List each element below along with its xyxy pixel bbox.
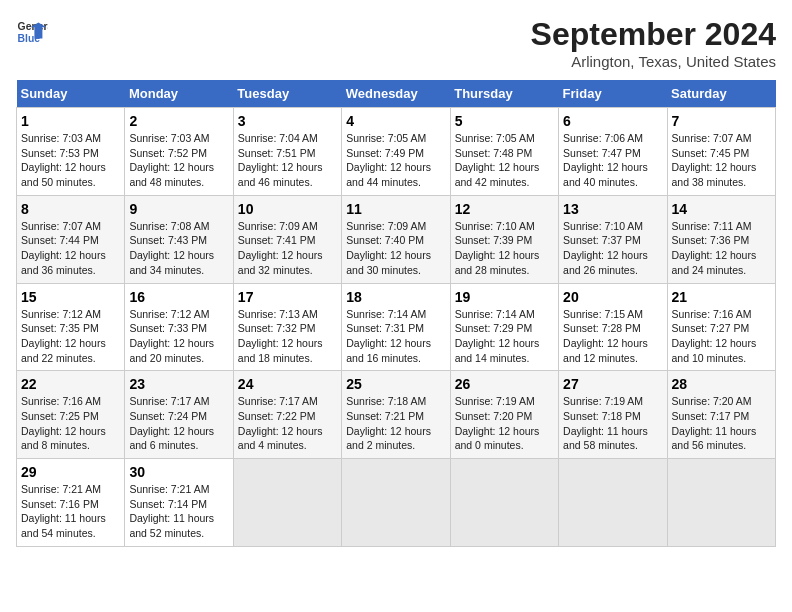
day-number: 16 [129,289,228,305]
day-info: Sunrise: 7:03 AM Sunset: 7:52 PM Dayligh… [129,131,228,190]
day-number: 3 [238,113,337,129]
day-number: 11 [346,201,445,217]
day-number: 21 [672,289,771,305]
day-info: Sunrise: 7:13 AM Sunset: 7:32 PM Dayligh… [238,307,337,366]
day-info: Sunrise: 7:18 AM Sunset: 7:21 PM Dayligh… [346,394,445,453]
day-number: 14 [672,201,771,217]
day-cell: 1Sunrise: 7:03 AM Sunset: 7:53 PM Daylig… [17,108,125,196]
day-cell [342,459,450,547]
day-cell [450,459,558,547]
week-row: 22Sunrise: 7:16 AM Sunset: 7:25 PM Dayli… [17,371,776,459]
day-info: Sunrise: 7:07 AM Sunset: 7:44 PM Dayligh… [21,219,120,278]
day-info: Sunrise: 7:05 AM Sunset: 7:49 PM Dayligh… [346,131,445,190]
day-info: Sunrise: 7:08 AM Sunset: 7:43 PM Dayligh… [129,219,228,278]
title-area: September 2024 Arlington, Texas, United … [531,16,776,70]
day-info: Sunrise: 7:15 AM Sunset: 7:28 PM Dayligh… [563,307,662,366]
week-row: 29Sunrise: 7:21 AM Sunset: 7:16 PM Dayli… [17,459,776,547]
day-cell: 19Sunrise: 7:14 AM Sunset: 7:29 PM Dayli… [450,283,558,371]
day-cell [667,459,775,547]
day-info: Sunrise: 7:10 AM Sunset: 7:39 PM Dayligh… [455,219,554,278]
day-cell: 7Sunrise: 7:07 AM Sunset: 7:45 PM Daylig… [667,108,775,196]
day-info: Sunrise: 7:19 AM Sunset: 7:18 PM Dayligh… [563,394,662,453]
day-info: Sunrise: 7:04 AM Sunset: 7:51 PM Dayligh… [238,131,337,190]
header-row: SundayMondayTuesdayWednesdayThursdayFrid… [17,80,776,108]
day-info: Sunrise: 7:21 AM Sunset: 7:14 PM Dayligh… [129,482,228,541]
day-number: 8 [21,201,120,217]
day-cell: 3Sunrise: 7:04 AM Sunset: 7:51 PM Daylig… [233,108,341,196]
page-title: September 2024 [531,16,776,53]
logo-icon: General Blue [16,16,48,48]
day-info: Sunrise: 7:09 AM Sunset: 7:40 PM Dayligh… [346,219,445,278]
day-info: Sunrise: 7:20 AM Sunset: 7:17 PM Dayligh… [672,394,771,453]
header-cell-saturday: Saturday [667,80,775,108]
day-number: 19 [455,289,554,305]
day-info: Sunrise: 7:16 AM Sunset: 7:25 PM Dayligh… [21,394,120,453]
day-cell: 9Sunrise: 7:08 AM Sunset: 7:43 PM Daylig… [125,195,233,283]
day-number: 10 [238,201,337,217]
day-cell: 14Sunrise: 7:11 AM Sunset: 7:36 PM Dayli… [667,195,775,283]
day-cell: 10Sunrise: 7:09 AM Sunset: 7:41 PM Dayli… [233,195,341,283]
page-subtitle: Arlington, Texas, United States [531,53,776,70]
calendar-table: SundayMondayTuesdayWednesdayThursdayFrid… [16,80,776,547]
day-info: Sunrise: 7:07 AM Sunset: 7:45 PM Dayligh… [672,131,771,190]
day-cell: 28Sunrise: 7:20 AM Sunset: 7:17 PM Dayli… [667,371,775,459]
week-row: 1Sunrise: 7:03 AM Sunset: 7:53 PM Daylig… [17,108,776,196]
day-info: Sunrise: 7:14 AM Sunset: 7:29 PM Dayligh… [455,307,554,366]
day-number: 23 [129,376,228,392]
day-cell: 12Sunrise: 7:10 AM Sunset: 7:39 PM Dayli… [450,195,558,283]
day-number: 6 [563,113,662,129]
day-number: 26 [455,376,554,392]
header-cell-wednesday: Wednesday [342,80,450,108]
day-cell: 2Sunrise: 7:03 AM Sunset: 7:52 PM Daylig… [125,108,233,196]
day-number: 20 [563,289,662,305]
day-info: Sunrise: 7:06 AM Sunset: 7:47 PM Dayligh… [563,131,662,190]
day-cell: 23Sunrise: 7:17 AM Sunset: 7:24 PM Dayli… [125,371,233,459]
day-number: 30 [129,464,228,480]
day-number: 7 [672,113,771,129]
header-cell-tuesday: Tuesday [233,80,341,108]
week-row: 8Sunrise: 7:07 AM Sunset: 7:44 PM Daylig… [17,195,776,283]
day-number: 22 [21,376,120,392]
day-info: Sunrise: 7:19 AM Sunset: 7:20 PM Dayligh… [455,394,554,453]
day-number: 15 [21,289,120,305]
day-number: 25 [346,376,445,392]
day-number: 9 [129,201,228,217]
day-cell: 13Sunrise: 7:10 AM Sunset: 7:37 PM Dayli… [559,195,667,283]
day-info: Sunrise: 7:16 AM Sunset: 7:27 PM Dayligh… [672,307,771,366]
day-number: 29 [21,464,120,480]
day-info: Sunrise: 7:17 AM Sunset: 7:24 PM Dayligh… [129,394,228,453]
header-cell-sunday: Sunday [17,80,125,108]
day-cell: 17Sunrise: 7:13 AM Sunset: 7:32 PM Dayli… [233,283,341,371]
day-number: 5 [455,113,554,129]
header: General Blue September 2024 Arlington, T… [16,16,776,70]
day-cell: 18Sunrise: 7:14 AM Sunset: 7:31 PM Dayli… [342,283,450,371]
day-cell: 21Sunrise: 7:16 AM Sunset: 7:27 PM Dayli… [667,283,775,371]
day-cell: 25Sunrise: 7:18 AM Sunset: 7:21 PM Dayli… [342,371,450,459]
day-cell: 29Sunrise: 7:21 AM Sunset: 7:16 PM Dayli… [17,459,125,547]
day-number: 13 [563,201,662,217]
day-info: Sunrise: 7:12 AM Sunset: 7:35 PM Dayligh… [21,307,120,366]
day-cell: 30Sunrise: 7:21 AM Sunset: 7:14 PM Dayli… [125,459,233,547]
header-cell-thursday: Thursday [450,80,558,108]
day-cell: 22Sunrise: 7:16 AM Sunset: 7:25 PM Dayli… [17,371,125,459]
day-number: 17 [238,289,337,305]
day-cell [559,459,667,547]
day-cell: 11Sunrise: 7:09 AM Sunset: 7:40 PM Dayli… [342,195,450,283]
day-cell: 16Sunrise: 7:12 AM Sunset: 7:33 PM Dayli… [125,283,233,371]
day-info: Sunrise: 7:11 AM Sunset: 7:36 PM Dayligh… [672,219,771,278]
day-number: 12 [455,201,554,217]
day-number: 4 [346,113,445,129]
day-info: Sunrise: 7:03 AM Sunset: 7:53 PM Dayligh… [21,131,120,190]
day-number: 24 [238,376,337,392]
day-number: 27 [563,376,662,392]
day-info: Sunrise: 7:10 AM Sunset: 7:37 PM Dayligh… [563,219,662,278]
day-cell [233,459,341,547]
day-cell: 8Sunrise: 7:07 AM Sunset: 7:44 PM Daylig… [17,195,125,283]
header-cell-friday: Friday [559,80,667,108]
day-info: Sunrise: 7:12 AM Sunset: 7:33 PM Dayligh… [129,307,228,366]
day-number: 28 [672,376,771,392]
day-number: 1 [21,113,120,129]
day-info: Sunrise: 7:17 AM Sunset: 7:22 PM Dayligh… [238,394,337,453]
day-cell: 24Sunrise: 7:17 AM Sunset: 7:22 PM Dayli… [233,371,341,459]
day-info: Sunrise: 7:21 AM Sunset: 7:16 PM Dayligh… [21,482,120,541]
